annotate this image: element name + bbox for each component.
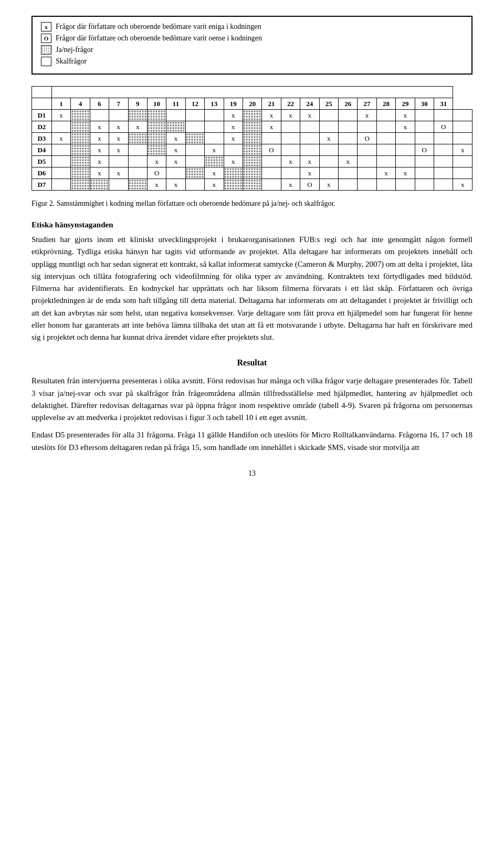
table-corner: [32, 87, 52, 98]
cell-D2-1: [71, 121, 90, 133]
cell-D2-9: x: [224, 121, 243, 133]
row-label-D3: D3: [32, 133, 52, 144]
row-label-D1: D1: [32, 110, 52, 121]
cell-D7-19: [415, 179, 434, 191]
cell-D5-1: [71, 156, 90, 167]
cell-D1-2: [90, 110, 109, 121]
cell-D5-11: [262, 156, 281, 167]
cell-D2-10: [243, 121, 261, 133]
col-header-9: 13: [205, 98, 224, 110]
col-header-7: 11: [166, 98, 185, 110]
resultat-para-1: Resultaten från intervjuerna presenteras…: [32, 375, 472, 424]
cell-D7-16: [358, 179, 376, 191]
cell-D4-20: [434, 144, 453, 156]
cell-D7-21: x: [453, 179, 472, 191]
cell-D4-6: x: [166, 144, 185, 156]
cell-D7-9: [224, 179, 243, 191]
cell-D2-7: [185, 121, 204, 133]
cell-D6-5: O: [147, 167, 166, 179]
table-row: D6xxOxxxx: [32, 167, 472, 179]
col-header-21: 31: [434, 98, 453, 110]
cell-D4-5: [147, 144, 166, 156]
cell-D1-10: [243, 110, 261, 121]
cell-D7-0: [51, 179, 70, 191]
figure-caption: Figur 2. Samstämmighet i kodning mellan …: [32, 198, 472, 209]
cell-D3-3: x: [109, 133, 128, 144]
cell-D6-14: [319, 167, 338, 179]
cell-D3-16: O: [358, 133, 376, 144]
col-header-0: [32, 98, 52, 110]
cell-D4-0: [51, 144, 70, 156]
cell-D3-18: [396, 133, 415, 144]
cell-D4-3: x: [109, 144, 128, 156]
cell-D6-9: [224, 167, 243, 179]
col-header-5: 9: [128, 98, 147, 110]
col-header-2: 4: [71, 98, 90, 110]
cell-D3-13: [300, 133, 319, 144]
cell-D2-14: [319, 121, 338, 133]
cell-D5-13: x: [300, 156, 319, 167]
col-header-1: 1: [51, 98, 70, 110]
cell-D1-15: [338, 110, 357, 121]
cell-D5-2: x: [90, 156, 109, 167]
cell-D5-4: [128, 156, 147, 167]
cell-D2-15: [338, 121, 357, 133]
table-row: D2xxxxxxO: [32, 121, 472, 133]
cell-D6-16: [358, 167, 376, 179]
cell-D7-13: O: [300, 179, 319, 191]
legend-label-2: Frågor där författare och oberoende bedö…: [56, 34, 262, 43]
col-header-13: 22: [281, 98, 300, 110]
page-number-text: 13: [248, 469, 256, 477]
cell-D7-11: [262, 179, 281, 191]
cell-D6-0: [51, 167, 70, 179]
cell-D5-18: [396, 156, 415, 167]
col-header-6: 10: [147, 98, 166, 110]
cell-D7-1: [71, 179, 90, 191]
cell-D5-20: [434, 156, 453, 167]
cell-D1-4: [128, 110, 147, 121]
cell-D6-2: x: [90, 167, 109, 179]
col-header-4: 7: [109, 98, 128, 110]
legend-label-1: Frågor där författare och oberoende bedö…: [56, 23, 261, 31]
row-label-D2: D2: [32, 121, 52, 133]
cell-D3-14: x: [319, 133, 338, 144]
cell-D6-21: [453, 167, 472, 179]
cell-D1-3: [109, 110, 128, 121]
cell-D5-10: [243, 156, 261, 167]
cell-D4-21: x: [453, 144, 472, 156]
cell-D6-6: [166, 167, 185, 179]
cell-D1-5: [147, 110, 166, 121]
cell-D4-11: O: [262, 144, 281, 156]
table-row: D3xxxxxxO: [32, 133, 472, 144]
table-row: D1xxxxxxx: [32, 110, 472, 121]
col-header-14: 24: [300, 98, 319, 110]
cell-D1-16: x: [358, 110, 376, 121]
col-header-15: 25: [319, 98, 338, 110]
cell-D3-15: [338, 133, 357, 144]
cell-D3-8: [205, 133, 224, 144]
cell-D7-15: [338, 179, 357, 191]
cell-D7-10: [243, 179, 261, 191]
cell-D5-12: x: [281, 156, 300, 167]
legend-symbol-empty: [41, 57, 51, 66]
legend-item-3: Ja/nej-frågor: [41, 45, 463, 55]
cell-D2-17: [376, 121, 395, 133]
cell-D7-2: [90, 179, 109, 191]
col-header-19: 29: [396, 98, 415, 110]
cell-D5-15: x: [338, 156, 357, 167]
etiska-heading: Etiska hänsynstaganden: [32, 221, 472, 229]
table-row: D4xxxxOOx: [32, 144, 472, 156]
cell-D5-6: x: [166, 156, 185, 167]
cell-D2-12: [281, 121, 300, 133]
cell-D7-20: [434, 179, 453, 191]
cell-D2-2: x: [90, 121, 109, 133]
cell-D2-16: [358, 121, 376, 133]
cell-D2-4: x: [128, 121, 147, 133]
cell-D1-21: [453, 110, 472, 121]
legend-box: x Frågor där författare och oberoende be…: [32, 16, 472, 75]
cell-D7-14: x: [319, 179, 338, 191]
cell-D2-6: [166, 121, 185, 133]
cell-D1-9: x: [224, 110, 243, 121]
cell-D5-21: [453, 156, 472, 167]
cell-D1-11: x: [262, 110, 281, 121]
